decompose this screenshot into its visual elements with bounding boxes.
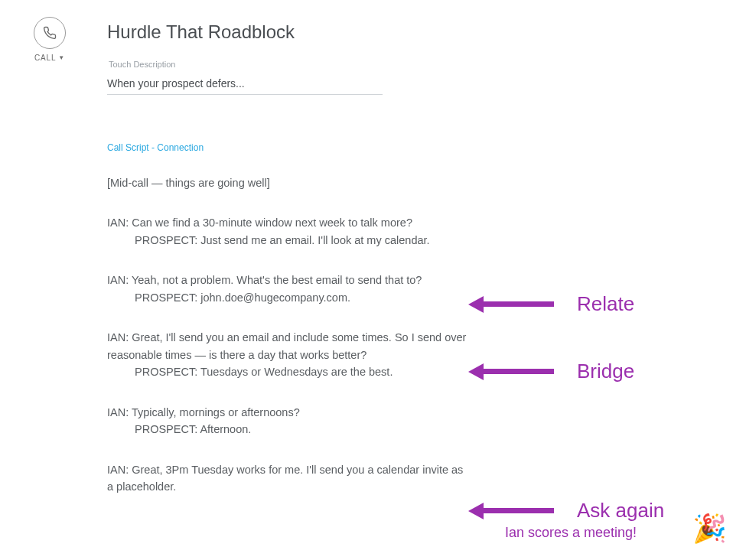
annotation-label: Relate (577, 292, 634, 316)
script-line: IAN: Great, 3Pm Tuesday works for me. I'… (107, 461, 467, 496)
annotation-relate: Relate (468, 292, 634, 316)
script-line: IAN: Typically, mornings or afternoons? (107, 404, 467, 421)
touch-description-input[interactable] (107, 77, 383, 95)
chevron-down-icon: ▼ (58, 54, 65, 61)
annotation-bridge: Bridge (468, 360, 634, 383)
call-script-body: [Mid-call — things are going well] IAN: … (107, 174, 467, 496)
touch-description-label: Touch Description (109, 60, 467, 69)
party-popper-icon: 🎉 (692, 513, 727, 545)
script-line: PROSPECT: Afternoon. (107, 421, 467, 438)
arrow-shaft (484, 369, 554, 374)
annotation-ask-again: Ask again (468, 499, 664, 523)
arrow-shaft (484, 301, 554, 307)
phone-icon (34, 17, 66, 49)
call-type-selector[interactable]: CALL ▼ (23, 17, 77, 62)
script-intro: [Mid-call — things are going well] (107, 174, 467, 191)
annotation-label: Bridge (577, 360, 634, 383)
script-line: PROSPECT: Just send me an email. I'll lo… (107, 232, 467, 249)
annotation-label: Ask again (577, 499, 664, 523)
script-line: IAN: Can we find a 30-minute window next… (107, 214, 467, 231)
arrow-shaft (484, 508, 554, 513)
script-line: IAN: Great, I'll send you an email and i… (107, 329, 467, 363)
arrow-left-icon (468, 296, 484, 313)
script-line: PROSPECT: Tuesdays or Wednesdays are the… (107, 363, 467, 380)
arrow-left-icon (468, 363, 484, 380)
page-title: Hurdle That Roadblock (107, 21, 467, 43)
arrow-left-icon (468, 503, 484, 519)
call-script-link[interactable]: Call Script - Connection (107, 142, 467, 153)
annotation-subnote: Ian scores a meeting! (505, 525, 637, 541)
script-line: PROSPECT: john.doe@hugecompany.com. (107, 289, 467, 306)
main-content: Hurdle That Roadblock Touch Description … (107, 21, 467, 519)
script-line: IAN: Yeah, not a problem. What's the bes… (107, 272, 467, 288)
call-label: CALL (34, 54, 56, 62)
